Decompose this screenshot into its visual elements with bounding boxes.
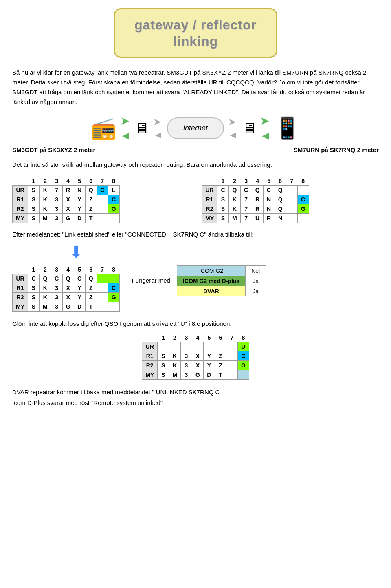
cell [297, 186, 309, 195]
cell: Q [40, 274, 51, 283]
table2: 1 2 3 4 5 6 7 8 UR C Q C Q C [12, 265, 120, 312]
green-arrow-right-top2: ➤ [260, 114, 271, 128]
col-header-1-r: 1 [217, 177, 229, 186]
cell: Q [252, 186, 263, 195]
col-header-3-r: 3 [240, 177, 252, 186]
col-header-5-t2: 5 [74, 265, 85, 274]
cell: S [158, 351, 169, 361]
table-left: 1 2 3 4 5 6 7 8 UR S K 7 R N [12, 177, 120, 223]
diagram-left: 📻 ➤ ◄ 🖥 [90, 114, 149, 142]
cell: K [40, 204, 51, 214]
blue-down-arrow-icon: ⬇ [69, 243, 83, 261]
cell: T [85, 214, 97, 223]
cell-green-r2: G [108, 204, 119, 214]
row-label-r1-r: R1 [202, 195, 217, 204]
cell-cyan-r1-r: C [297, 195, 309, 204]
table-row: ICOM G2 med D-plus Ja [177, 276, 266, 286]
col-header-8-t3: 8 [237, 334, 249, 342]
table-row: R1 S K 3 X Y Z C [13, 283, 120, 293]
cell [180, 342, 192, 351]
row-label-ur-r: UR [202, 186, 217, 195]
cell: K [40, 283, 51, 293]
compat-name-2: ICOM G2 med D-plus [177, 276, 245, 286]
cell [169, 342, 181, 351]
col-header-label-l [13, 177, 28, 186]
cell: Z [85, 204, 97, 214]
col-header-3-t2: 3 [51, 265, 62, 274]
col-header-6-r: 6 [275, 177, 286, 186]
table-row: MY S M 3 G D T [13, 214, 120, 223]
cell: M [229, 214, 241, 223]
cell: Z [85, 195, 97, 204]
cell-green-r2-t3: G [237, 361, 249, 370]
cell: K [169, 361, 181, 370]
diagram-labels: SM3GDT på SK3XYZ 2 meter SM7URN på SK7RN… [12, 146, 379, 153]
row-label-my-r: MY [202, 214, 217, 223]
cell [97, 195, 108, 204]
cell-cyan-r1: C [108, 195, 119, 204]
cell: R [62, 186, 74, 195]
cell: N [263, 204, 275, 214]
col-header-6-l: 6 [85, 177, 97, 186]
cell: D [74, 302, 85, 312]
cell: S [158, 370, 169, 380]
cell: Q [275, 204, 286, 214]
cell: K [40, 186, 51, 195]
after-text-content: Efter medelandet: "Link established" ell… [12, 231, 253, 238]
after-text: Efter medelandet: "Link established" ell… [12, 230, 379, 239]
row-label-r2-t2: R2 [13, 293, 28, 302]
col-header-label-r [202, 177, 217, 186]
cell-green-t2-7 [97, 274, 108, 283]
cell [226, 370, 237, 380]
server-left-icon: 🖥 [134, 120, 149, 137]
table-row: MY S M 3 G D T [142, 370, 249, 380]
compat-table: ICOM G2 Nej ICOM G2 med D-plus Ja DVAR J… [177, 265, 266, 296]
green-arrow-left-bottom: ◄ [120, 129, 132, 142]
radio-left-icon: 📻 [90, 116, 117, 141]
cell: 3 [180, 351, 192, 361]
row-label-r1-t2: R1 [13, 283, 28, 293]
table-row: MY S M 3 G D T [13, 302, 120, 312]
cell: N [74, 186, 85, 195]
cell [97, 293, 108, 302]
cell-cyan-r1-t2: C [108, 283, 119, 293]
green-arrow-left-bottom2: ◄ [260, 129, 271, 142]
cell: 7 [51, 186, 62, 195]
cell: S [28, 195, 40, 204]
cell: Z [215, 351, 226, 361]
table-row: R1 S K 7 R N Q C [202, 195, 309, 204]
col-header-3-l: 3 [51, 177, 62, 186]
table-row: UR C Q C Q C Q [202, 186, 309, 195]
cell: K [40, 293, 51, 302]
cell: R [252, 195, 263, 204]
col-header-7-r: 7 [286, 177, 297, 186]
header-title-line2: linking [173, 34, 218, 49]
cell: D [203, 370, 215, 380]
cloud-label: internet [183, 124, 208, 132]
cell: 7 [240, 214, 252, 223]
col-header-3-t3: 3 [180, 334, 192, 342]
cell [97, 302, 108, 312]
cell: X [62, 293, 74, 302]
cell: C [217, 186, 229, 195]
radio-right-icon: 📱 [274, 116, 301, 141]
diagram-section: 📻 ➤ ◄ 🖥 ➤ ◄ internet ➤ ◄ 🖥 ➤ ◄ 📱 [12, 114, 379, 142]
cell: G [62, 302, 74, 312]
cell [97, 283, 108, 293]
cell: Q [229, 186, 241, 195]
row-label-r2-t3: R2 [142, 361, 158, 370]
cell: Y [74, 204, 85, 214]
cell: S [28, 283, 40, 293]
cell: Y [74, 195, 85, 204]
table-row: R2 S K 7 R N Q G [202, 204, 309, 214]
cell: S [217, 204, 229, 214]
table3-section: 1 2 3 4 5 6 7 8 UR U [12, 334, 379, 380]
cell [286, 214, 297, 223]
cell: C [51, 274, 62, 283]
compat-section: Fungerar med ICOM G2 Nej ICOM G2 med D-p… [132, 265, 379, 296]
cell: L [108, 186, 119, 195]
table-row: R2 S K 3 X Y Z G [13, 204, 120, 214]
cell: 7 [240, 195, 252, 204]
cell: T [215, 370, 226, 380]
diagram-left-label: SM3GDT på SK3XYZ 2 meter [12, 146, 95, 153]
